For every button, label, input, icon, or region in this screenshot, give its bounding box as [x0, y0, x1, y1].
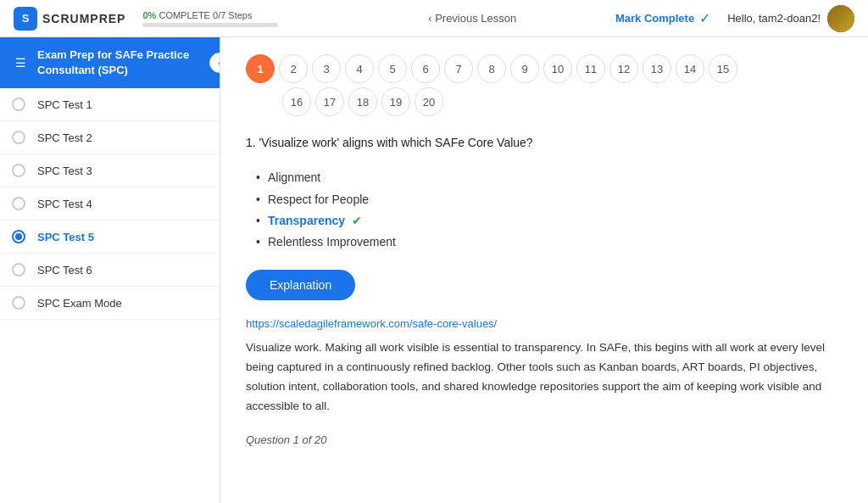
page-button-14[interactable]: 14: [676, 54, 704, 83]
sidebar-radio-spc-test-3: [12, 164, 25, 177]
topbar: S SCRUMPREP 0% COMPLETE 0/7 Steps ‹ Prev…: [0, 0, 868, 37]
page-button-16[interactable]: 16: [282, 87, 311, 116]
page-button-15[interactable]: 15: [709, 54, 737, 83]
sidebar-label-spc-test-1: SPC Test 1: [37, 98, 92, 111]
sidebar-item-spc-exam-mode[interactable]: SPC Exam Mode: [0, 287, 220, 320]
page-button-12[interactable]: 12: [609, 54, 638, 83]
answer-transparency[interactable]: Transparency ✔: [259, 210, 843, 232]
logo-text: SCRUMPREP: [42, 12, 125, 25]
sidebar-item-spc-test-1[interactable]: SPC Test 1: [0, 88, 220, 121]
page-button-11[interactable]: 11: [576, 54, 605, 83]
answer-respect[interactable]: Respect for People: [259, 189, 843, 210]
mark-complete-button[interactable]: Mark Complete: [615, 12, 694, 25]
sidebar-radio-spc-test-6: [12, 263, 25, 277]
check-icon: ✓: [699, 10, 710, 26]
avatar[interactable]: [827, 5, 854, 32]
explanation-link[interactable]: https://scaledagileframework.com/safe-co…: [246, 317, 843, 330]
sidebar-label-spc-exam-mode: SPC Exam Mode: [37, 297, 122, 310]
sidebar-header: ☰ Exam Prep for SAFe Practice Consultant…: [0, 37, 220, 88]
sidebar-radio-spc-exam-mode: [12, 296, 25, 310]
user-section: Hello, tam2-doan2!: [727, 5, 854, 32]
username-label: Hello, tam2-doan2!: [727, 12, 821, 25]
page-button-18[interactable]: 18: [348, 87, 377, 116]
explanation-button[interactable]: Explanation: [246, 270, 355, 300]
sidebar-radio-spc-test-4: [12, 197, 25, 210]
page-button-2[interactable]: 2: [279, 54, 308, 83]
question-text: 1. 'Visualize work' aligns with which SA…: [246, 133, 843, 152]
explanation-text: Visualize work. Making all work visible …: [246, 338, 843, 416]
sidebar-item-spc-test-5[interactable]: SPC Test 5: [0, 221, 220, 254]
avatar-image: [827, 5, 854, 32]
sidebar-label-spc-test-2: SPC Test 2: [37, 131, 92, 144]
sidebar-item-spc-test-3[interactable]: SPC Test 3: [0, 154, 220, 187]
answer-list: Alignment Respect for People Transparenc…: [246, 167, 843, 253]
progress-complete-label: COMPLETE: [159, 10, 210, 20]
sidebar-collapse-button[interactable]: ‹: [209, 53, 220, 73]
page-button-20[interactable]: 20: [415, 87, 443, 116]
sidebar-item-spc-test-2[interactable]: SPC Test 2: [0, 121, 220, 154]
logo-icon: S: [14, 7, 37, 31]
page-button-19[interactable]: 19: [381, 87, 410, 116]
correct-checkmark-icon: ✔: [352, 214, 362, 227]
progress-label: 0% COMPLETE 0/7 Steps: [142, 10, 252, 20]
answer-alignment[interactable]: Alignment: [259, 167, 843, 188]
prev-lesson-button[interactable]: ‹ Previous Lesson: [421, 8, 523, 28]
answer-transparency-text: Transparency: [268, 214, 345, 227]
main-layout: ☰ Exam Prep for SAFe Practice Consultant…: [0, 37, 868, 503]
page-button-17[interactable]: 17: [315, 87, 344, 116]
answer-alignment-text: Alignment: [268, 170, 320, 184]
progress-bar-outer: [142, 23, 278, 27]
sidebar-item-spc-test-4[interactable]: SPC Test 4: [0, 187, 220, 221]
sidebar-item-spc-test-6[interactable]: SPC Test 6: [0, 254, 220, 287]
sidebar-radio-spc-test-5: [12, 230, 25, 243]
sidebar-label-spc-test-6: SPC Test 6: [37, 264, 92, 277]
sidebar-menu-icon: ☰: [12, 54, 29, 71]
sidebar-radio-spc-test-2: [12, 131, 25, 144]
sidebar-label-spc-test-4: SPC Test 4: [37, 198, 92, 210]
page-button-5[interactable]: 5: [378, 54, 407, 83]
progress-steps-value: 0/7 Steps: [213, 10, 252, 20]
page-button-7[interactable]: 7: [444, 54, 473, 83]
page-button-4[interactable]: 4: [345, 54, 374, 83]
content-area: 1 2 3 4 5 6 7 8 9 10 11 12 13 14 15 16 1…: [220, 37, 868, 503]
page-button-6[interactable]: 6: [411, 54, 440, 83]
chevron-left-icon: ‹: [428, 13, 431, 25]
prev-lesson-label: Previous Lesson: [435, 12, 516, 25]
answer-relentless-text: Relentless Improvement: [268, 235, 396, 249]
progress-section: 0% COMPLETE 0/7 Steps: [142, 10, 329, 27]
nav-center: ‹ Previous Lesson: [329, 8, 615, 28]
progress-pct: 0%: [142, 10, 156, 20]
page-button-1[interactable]: 1: [246, 54, 275, 83]
page-button-9[interactable]: 9: [510, 54, 539, 83]
mark-complete-section: Mark Complete ✓: [615, 10, 710, 26]
question-pagination: 1 2 3 4 5 6 7 8 9 10 11 12 13 14 15 16 1…: [246, 54, 843, 116]
page-button-8[interactable]: 8: [477, 54, 506, 83]
sidebar-label-spc-test-5: SPC Test 5: [37, 231, 94, 243]
sidebar-label-spc-test-3: SPC Test 3: [37, 165, 92, 177]
page-button-13[interactable]: 13: [643, 54, 671, 83]
answer-respect-text: Respect for People: [268, 193, 369, 206]
logo-section: S SCRUMPREP: [14, 7, 125, 31]
sidebar-radio-spc-test-1: [12, 98, 25, 111]
question-counter: Question 1 of 20: [246, 433, 843, 446]
sidebar: ☰ Exam Prep for SAFe Practice Consultant…: [0, 37, 220, 503]
answer-relentless[interactable]: Relentless Improvement: [259, 232, 843, 253]
sidebar-header-text: Exam Prep for SAFe Practice Consultant (…: [37, 48, 208, 78]
page-button-10[interactable]: 10: [543, 54, 572, 83]
page-button-3[interactable]: 3: [312, 54, 341, 83]
